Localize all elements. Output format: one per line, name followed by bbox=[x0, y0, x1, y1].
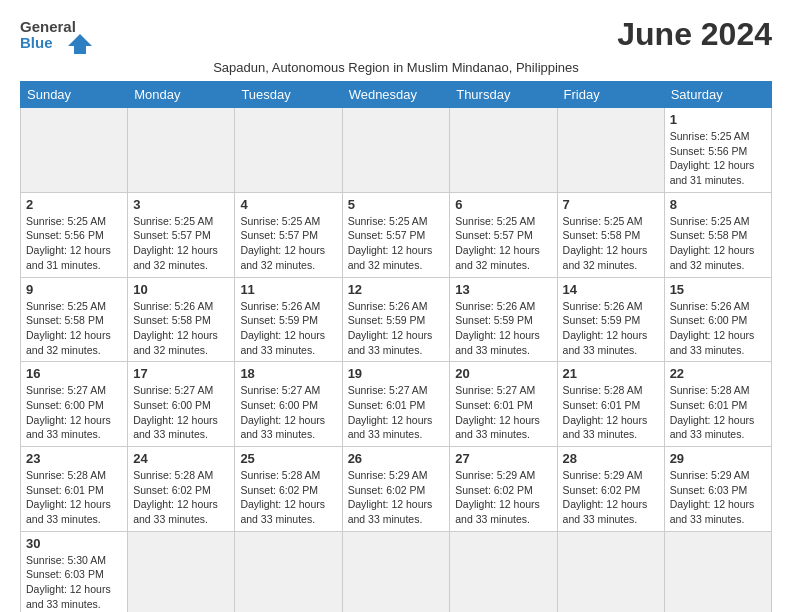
weekday-header-saturday: Saturday bbox=[664, 82, 771, 108]
calendar-day-cell: 5Sunrise: 5:25 AMSunset: 5:57 PMDaylight… bbox=[342, 192, 450, 277]
day-number: 28 bbox=[563, 451, 659, 466]
day-number: 2 bbox=[26, 197, 122, 212]
day-info: Sunrise: 5:26 AMSunset: 6:00 PMDaylight:… bbox=[670, 299, 766, 358]
calendar-day-cell bbox=[450, 531, 557, 612]
logo: General Blue bbox=[20, 16, 100, 56]
day-info: Sunrise: 5:29 AMSunset: 6:02 PMDaylight:… bbox=[348, 468, 445, 527]
calendar-week-4: 16Sunrise: 5:27 AMSunset: 6:00 PMDayligh… bbox=[21, 362, 772, 447]
calendar-week-5: 23Sunrise: 5:28 AMSunset: 6:01 PMDayligh… bbox=[21, 447, 772, 532]
day-info: Sunrise: 5:27 AMSunset: 6:01 PMDaylight:… bbox=[455, 383, 551, 442]
day-number: 12 bbox=[348, 282, 445, 297]
page-header: General Blue June 2024 bbox=[20, 16, 772, 56]
day-number: 23 bbox=[26, 451, 122, 466]
calendar-day-cell bbox=[557, 531, 664, 612]
svg-marker-2 bbox=[68, 34, 92, 54]
day-info: Sunrise: 5:28 AMSunset: 6:01 PMDaylight:… bbox=[670, 383, 766, 442]
day-info: Sunrise: 5:30 AMSunset: 6:03 PMDaylight:… bbox=[26, 553, 122, 612]
day-number: 9 bbox=[26, 282, 122, 297]
day-number: 4 bbox=[240, 197, 336, 212]
day-info: Sunrise: 5:28 AMSunset: 6:02 PMDaylight:… bbox=[133, 468, 229, 527]
calendar-day-cell: 9Sunrise: 5:25 AMSunset: 5:58 PMDaylight… bbox=[21, 277, 128, 362]
day-info: Sunrise: 5:28 AMSunset: 6:02 PMDaylight:… bbox=[240, 468, 336, 527]
day-info: Sunrise: 5:25 AMSunset: 5:57 PMDaylight:… bbox=[240, 214, 336, 273]
month-year-title: June 2024 bbox=[617, 16, 772, 53]
weekday-header-thursday: Thursday bbox=[450, 82, 557, 108]
calendar-day-cell: 26Sunrise: 5:29 AMSunset: 6:02 PMDayligh… bbox=[342, 447, 450, 532]
day-number: 11 bbox=[240, 282, 336, 297]
calendar-week-1: 1Sunrise: 5:25 AMSunset: 5:56 PMDaylight… bbox=[21, 108, 772, 193]
calendar-day-cell: 22Sunrise: 5:28 AMSunset: 6:01 PMDayligh… bbox=[664, 362, 771, 447]
calendar-day-cell bbox=[450, 108, 557, 193]
title-area: June 2024 bbox=[617, 16, 772, 53]
svg-text:Blue: Blue bbox=[20, 34, 53, 51]
day-info: Sunrise: 5:25 AMSunset: 5:56 PMDaylight:… bbox=[26, 214, 122, 273]
calendar-day-cell: 17Sunrise: 5:27 AMSunset: 6:00 PMDayligh… bbox=[128, 362, 235, 447]
day-info: Sunrise: 5:25 AMSunset: 5:58 PMDaylight:… bbox=[26, 299, 122, 358]
day-number: 16 bbox=[26, 366, 122, 381]
logo-text: General Blue bbox=[20, 16, 100, 56]
calendar-week-3: 9Sunrise: 5:25 AMSunset: 5:58 PMDaylight… bbox=[21, 277, 772, 362]
calendar-day-cell: 8Sunrise: 5:25 AMSunset: 5:58 PMDaylight… bbox=[664, 192, 771, 277]
calendar-day-cell: 18Sunrise: 5:27 AMSunset: 6:00 PMDayligh… bbox=[235, 362, 342, 447]
calendar-day-cell bbox=[664, 531, 771, 612]
day-info: Sunrise: 5:25 AMSunset: 5:58 PMDaylight:… bbox=[670, 214, 766, 273]
day-number: 29 bbox=[670, 451, 766, 466]
calendar-day-cell bbox=[235, 531, 342, 612]
calendar-day-cell bbox=[128, 531, 235, 612]
day-number: 14 bbox=[563, 282, 659, 297]
calendar-day-cell: 27Sunrise: 5:29 AMSunset: 6:02 PMDayligh… bbox=[450, 447, 557, 532]
weekday-header-monday: Monday bbox=[128, 82, 235, 108]
day-number: 13 bbox=[455, 282, 551, 297]
day-info: Sunrise: 5:26 AMSunset: 5:59 PMDaylight:… bbox=[563, 299, 659, 358]
day-number: 30 bbox=[26, 536, 122, 551]
weekday-header-wednesday: Wednesday bbox=[342, 82, 450, 108]
calendar-day-cell: 15Sunrise: 5:26 AMSunset: 6:00 PMDayligh… bbox=[664, 277, 771, 362]
day-info: Sunrise: 5:25 AMSunset: 5:57 PMDaylight:… bbox=[348, 214, 445, 273]
calendar-day-cell: 7Sunrise: 5:25 AMSunset: 5:58 PMDaylight… bbox=[557, 192, 664, 277]
calendar-day-cell: 29Sunrise: 5:29 AMSunset: 6:03 PMDayligh… bbox=[664, 447, 771, 532]
day-info: Sunrise: 5:29 AMSunset: 6:02 PMDaylight:… bbox=[563, 468, 659, 527]
day-number: 8 bbox=[670, 197, 766, 212]
calendar-day-cell bbox=[235, 108, 342, 193]
calendar-day-cell: 11Sunrise: 5:26 AMSunset: 5:59 PMDayligh… bbox=[235, 277, 342, 362]
calendar-day-cell: 3Sunrise: 5:25 AMSunset: 5:57 PMDaylight… bbox=[128, 192, 235, 277]
calendar-day-cell: 23Sunrise: 5:28 AMSunset: 6:01 PMDayligh… bbox=[21, 447, 128, 532]
day-number: 5 bbox=[348, 197, 445, 212]
calendar-day-cell bbox=[128, 108, 235, 193]
svg-text:General: General bbox=[20, 18, 76, 35]
calendar-day-cell: 28Sunrise: 5:29 AMSunset: 6:02 PMDayligh… bbox=[557, 447, 664, 532]
calendar-day-cell: 1Sunrise: 5:25 AMSunset: 5:56 PMDaylight… bbox=[664, 108, 771, 193]
day-number: 26 bbox=[348, 451, 445, 466]
day-info: Sunrise: 5:27 AMSunset: 6:01 PMDaylight:… bbox=[348, 383, 445, 442]
calendar-day-cell: 4Sunrise: 5:25 AMSunset: 5:57 PMDaylight… bbox=[235, 192, 342, 277]
day-info: Sunrise: 5:26 AMSunset: 5:59 PMDaylight:… bbox=[348, 299, 445, 358]
calendar-day-cell: 13Sunrise: 5:26 AMSunset: 5:59 PMDayligh… bbox=[450, 277, 557, 362]
day-info: Sunrise: 5:27 AMSunset: 6:00 PMDaylight:… bbox=[26, 383, 122, 442]
day-number: 1 bbox=[670, 112, 766, 127]
calendar-day-cell: 2Sunrise: 5:25 AMSunset: 5:56 PMDaylight… bbox=[21, 192, 128, 277]
day-info: Sunrise: 5:28 AMSunset: 6:01 PMDaylight:… bbox=[26, 468, 122, 527]
calendar-table: SundayMondayTuesdayWednesdayThursdayFrid… bbox=[20, 81, 772, 612]
calendar-day-cell: 30Sunrise: 5:30 AMSunset: 6:03 PMDayligh… bbox=[21, 531, 128, 612]
day-number: 17 bbox=[133, 366, 229, 381]
day-number: 3 bbox=[133, 197, 229, 212]
logo-svg: General Blue bbox=[20, 16, 100, 56]
day-number: 7 bbox=[563, 197, 659, 212]
weekday-header-sunday: Sunday bbox=[21, 82, 128, 108]
weekday-header-friday: Friday bbox=[557, 82, 664, 108]
calendar-day-cell bbox=[557, 108, 664, 193]
calendar-day-cell: 6Sunrise: 5:25 AMSunset: 5:57 PMDaylight… bbox=[450, 192, 557, 277]
calendar-day-cell: 24Sunrise: 5:28 AMSunset: 6:02 PMDayligh… bbox=[128, 447, 235, 532]
calendar-day-cell: 14Sunrise: 5:26 AMSunset: 5:59 PMDayligh… bbox=[557, 277, 664, 362]
day-number: 6 bbox=[455, 197, 551, 212]
day-info: Sunrise: 5:29 AMSunset: 6:03 PMDaylight:… bbox=[670, 468, 766, 527]
day-number: 21 bbox=[563, 366, 659, 381]
calendar-week-2: 2Sunrise: 5:25 AMSunset: 5:56 PMDaylight… bbox=[21, 192, 772, 277]
calendar-day-cell: 20Sunrise: 5:27 AMSunset: 6:01 PMDayligh… bbox=[450, 362, 557, 447]
day-number: 22 bbox=[670, 366, 766, 381]
calendar-day-cell: 12Sunrise: 5:26 AMSunset: 5:59 PMDayligh… bbox=[342, 277, 450, 362]
location-subtitle: Sapadun, Autonomous Region in Muslim Min… bbox=[20, 60, 772, 75]
day-info: Sunrise: 5:25 AMSunset: 5:57 PMDaylight:… bbox=[133, 214, 229, 273]
day-info: Sunrise: 5:25 AMSunset: 5:57 PMDaylight:… bbox=[455, 214, 551, 273]
weekday-header-row: SundayMondayTuesdayWednesdayThursdayFrid… bbox=[21, 82, 772, 108]
